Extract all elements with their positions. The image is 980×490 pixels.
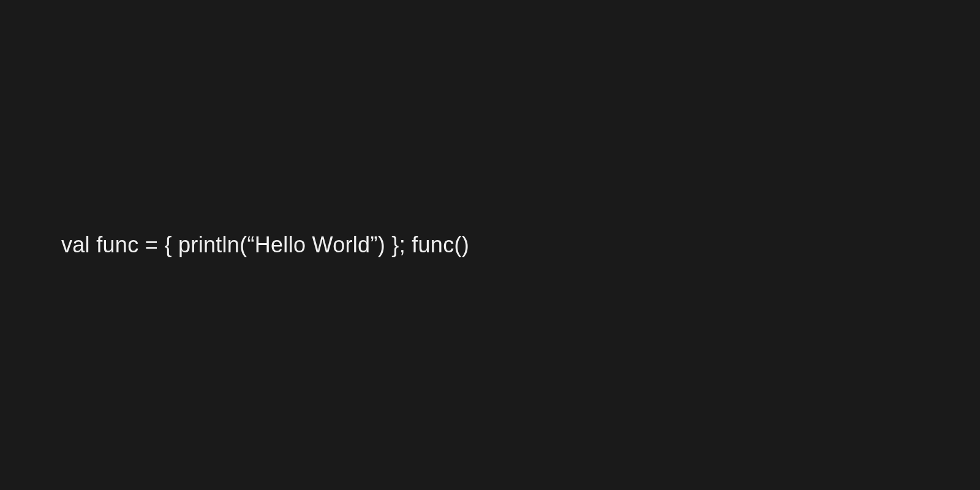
code-snippet: val func = { println(“Hello World”) }; f… bbox=[0, 232, 469, 258]
